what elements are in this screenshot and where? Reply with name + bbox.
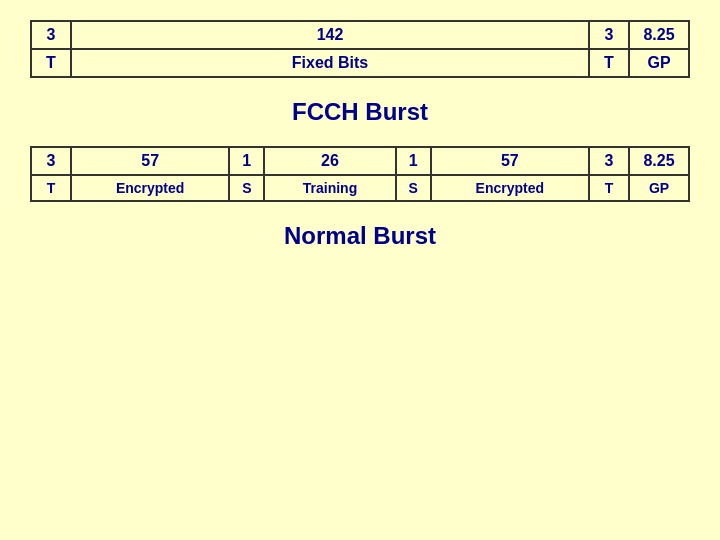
fcch-left-num: 3 <box>31 21 71 49</box>
normal-col3-label: S <box>229 175 264 201</box>
normal-col3-num: 1 <box>229 147 264 175</box>
normal-col1-label: T <box>31 175 71 201</box>
fcch-right-num: 3 <box>589 21 629 49</box>
normal-col1-num: 3 <box>31 147 71 175</box>
normal-col6-label: Encrypted <box>431 175 589 201</box>
fcch-gp-num: 8.25 <box>629 21 689 49</box>
fcch-labels-row: T Fixed Bits T GP <box>31 49 689 77</box>
normal-col8-label: GP <box>629 175 689 201</box>
normal-col7-num: 3 <box>589 147 629 175</box>
fcch-left-label: T <box>31 49 71 77</box>
normal-col6-num: 57 <box>431 147 589 175</box>
normal-col4-num: 26 <box>264 147 395 175</box>
fcch-gp-label: GP <box>629 49 689 77</box>
normal-col4-label: Training <box>264 175 395 201</box>
fcch-section: 3 142 3 8.25 T Fixed Bits T GP <box>30 20 690 78</box>
fcch-title: FCCH Burst <box>292 98 428 126</box>
normal-col5-num: 1 <box>396 147 431 175</box>
fcch-middle-label: Fixed Bits <box>71 49 589 77</box>
normal-col2-label: Encrypted <box>71 175 229 201</box>
normal-table: 3 57 1 26 1 57 3 8.25 T Encrypted S Trai… <box>30 146 690 202</box>
normal-title: Normal Burst <box>284 222 436 250</box>
normal-col7-label: T <box>589 175 629 201</box>
fcch-numbers-row: 3 142 3 8.25 <box>31 21 689 49</box>
fcch-table: 3 142 3 8.25 T Fixed Bits T GP <box>30 20 690 78</box>
normal-col2-num: 57 <box>71 147 229 175</box>
normal-col5-label: S <box>396 175 431 201</box>
fcch-right-label: T <box>589 49 629 77</box>
normal-labels-row: T Encrypted S Training S Encrypted T GP <box>31 175 689 201</box>
normal-numbers-row: 3 57 1 26 1 57 3 8.25 <box>31 147 689 175</box>
normal-col8-num: 8.25 <box>629 147 689 175</box>
fcch-middle-num: 142 <box>71 21 589 49</box>
normal-section: 3 57 1 26 1 57 3 8.25 T Encrypted S Trai… <box>30 146 690 202</box>
